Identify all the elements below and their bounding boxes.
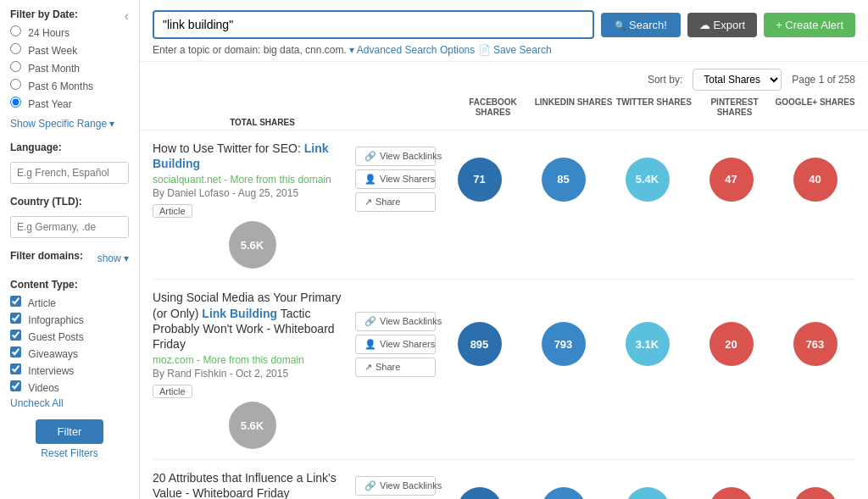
result-info: 20 Attributes that Influence a Link's Va… — [153, 470, 352, 499]
show-specific-range[interactable]: Show Specific Range — [10, 118, 114, 130]
sidebar: ‹ Filter by Date: 24 Hours Past Week Pas… — [0, 0, 140, 499]
result-actions: View Backlinks View Sharers Share — [355, 476, 436, 499]
linkedin-col: 85 — [523, 158, 604, 202]
language-input[interactable] — [10, 162, 129, 184]
facebook-circle: 71 — [458, 158, 502, 202]
result-author: By Rand Fishkin - Oct 2, 2015 — [153, 368, 343, 380]
col-twitter: TWITTER SHARES — [614, 97, 694, 118]
cb-giveaways[interactable]: Giveaways — [10, 347, 129, 360]
facebook-col: 895 — [439, 322, 520, 366]
radio-year[interactable]: Past Year — [10, 97, 129, 110]
linkedin-circle: 734 — [542, 487, 586, 499]
linkedin-col: 793 — [523, 322, 604, 366]
pinterest-circle: 36 — [709, 487, 754, 499]
search-row: Search! Export Create Alert — [153, 10, 855, 39]
result-title-plain: 20 Attributes that Influence a Link's Va… — [153, 471, 337, 499]
table-row: 20 Attributes that Influence a Link's Va… — [153, 460, 855, 499]
col-google: GOOGLE+ SHARES — [775, 97, 855, 118]
sort-row: Sort by: Total Shares Page 1 of 258 — [140, 62, 868, 94]
search-input-wrap — [153, 10, 594, 39]
country-label: Country (TLD): — [10, 196, 129, 208]
pinterest-circle: 47 — [709, 158, 754, 202]
result-title: 20 Attributes that Influence a Link's Va… — [153, 470, 343, 499]
export-button[interactable]: Export — [687, 13, 757, 37]
view-sharers-button[interactable]: View Sharers — [355, 169, 436, 189]
share-button[interactable]: Share — [355, 358, 436, 377]
cb-videos[interactable]: Videos — [10, 380, 129, 394]
view-backlinks-button[interactable]: View Backlinks — [355, 312, 436, 331]
filter-domains-label: Filter domains: — [10, 250, 83, 262]
column-headers: FACEBOOK SHARES LINKEDIN SHARES TWITTER … — [140, 94, 868, 130]
col-total: TOTAL SHARES — [153, 118, 372, 128]
result-title-plain: How to Use Twitter for SEO: — [153, 141, 304, 155]
results-list: How to Use Twitter for SEO: Link Buildin… — [140, 130, 868, 499]
language-label: Language: — [10, 141, 129, 153]
domain-link[interactable]: socialquant.net — [153, 174, 221, 186]
reset-filters-link[interactable]: Reset Filters — [10, 447, 129, 459]
result-title-link[interactable]: Link Building — [202, 307, 277, 320]
country-input[interactable] — [10, 216, 129, 238]
language-section: Language: — [10, 141, 129, 184]
top-bar: Search! Export Create Alert Enter a topi… — [140, 0, 868, 62]
total-circle: 5.6K — [229, 221, 276, 269]
date-radio-group: 24 Hours Past Week Past Month Past 6 Mon… — [10, 25, 129, 110]
twitter-col: 3.1K — [607, 322, 687, 366]
col-title — [153, 97, 372, 118]
linkedin-circle: 793 — [542, 322, 586, 366]
cb-guest-posts[interactable]: Guest Posts — [10, 330, 129, 343]
search-button[interactable]: Search! — [601, 13, 681, 37]
result-domain: moz.com - More from this domain — [153, 354, 343, 366]
content-type-label: Content Type: — [10, 279, 129, 291]
share-button[interactable]: Share — [355, 192, 436, 212]
advanced-search-link[interactable]: Advanced Search Options — [357, 44, 475, 56]
sort-select[interactable]: Total Shares — [693, 69, 782, 91]
facebook-circle: 530 — [458, 487, 502, 499]
result-actions: View Backlinks View Sharers Share — [355, 312, 436, 377]
radio-6months[interactable]: Past 6 Months — [10, 79, 129, 92]
sort-by-label: Sort by: — [648, 74, 682, 86]
linkedin-circle: 85 — [542, 158, 586, 202]
pinterest-col: 36 — [691, 487, 771, 499]
cb-interviews[interactable]: Interviews — [10, 363, 129, 377]
domain-link[interactable]: moz.com — [153, 354, 194, 366]
show-domains-link[interactable]: show — [97, 252, 129, 264]
total-col: 5.6K — [153, 402, 352, 449]
filter-domains-section: Filter domains: show — [10, 250, 129, 267]
col-pinterest: PINTEREST SHARES — [694, 97, 775, 118]
twitter-col: 2.9K — [607, 487, 687, 499]
filter-button[interactable]: Filter — [36, 419, 103, 444]
content-type-section: Content Type: Article Infographics Guest… — [10, 279, 129, 409]
google-circle: 763 — [793, 322, 837, 366]
col-linkedin: LINKEDIN SHARES — [533, 97, 614, 118]
cb-article[interactable]: Article — [10, 296, 129, 309]
uncheck-all-link[interactable]: Uncheck All — [10, 397, 129, 409]
caret-icon: ▾ — [349, 44, 357, 56]
view-backlinks-button[interactable]: View Backlinks — [355, 476, 436, 496]
col-actions — [372, 97, 453, 118]
radio-24h[interactable]: 24 Hours — [10, 25, 129, 39]
view-backlinks-button[interactable]: View Backlinks — [355, 147, 436, 166]
more-from-link[interactable]: More from this domain — [203, 354, 303, 366]
google-col: 594 — [775, 487, 855, 499]
create-alert-button[interactable]: Create Alert — [764, 13, 855, 37]
pinterest-circle: 20 — [709, 322, 754, 366]
sidebar-toggle[interactable]: ‹ — [125, 8, 129, 24]
col-facebook: FACEBOOK SHARES — [453, 97, 533, 118]
view-sharers-button[interactable]: View Sharers — [355, 335, 436, 354]
result-info: How to Use Twitter for SEO: Link Buildin… — [153, 141, 352, 218]
table-row: Using Social Media as Your Primary (or O… — [153, 280, 855, 460]
radio-month[interactable]: Past Month — [10, 61, 129, 75]
cb-infographics[interactable]: Infographics — [10, 313, 129, 326]
filter-by-date-label: Filter by Date: — [10, 8, 129, 20]
total-circle: 5.6K — [229, 402, 276, 449]
total-col: 5.6K — [153, 221, 352, 269]
content-tag: Article — [153, 204, 192, 218]
result-title: How to Use Twitter for SEO: Link Buildin… — [153, 141, 343, 171]
search-input[interactable] — [153, 10, 594, 39]
twitter-circle: 5.4K — [626, 158, 670, 202]
save-search-link[interactable]: Save Search — [493, 44, 552, 56]
twitter-col: 5.4K — [607, 158, 687, 202]
more-from-link[interactable]: More from this domain — [230, 174, 331, 186]
radio-week[interactable]: Past Week — [10, 43, 129, 57]
facebook-col: 530 — [439, 487, 520, 499]
